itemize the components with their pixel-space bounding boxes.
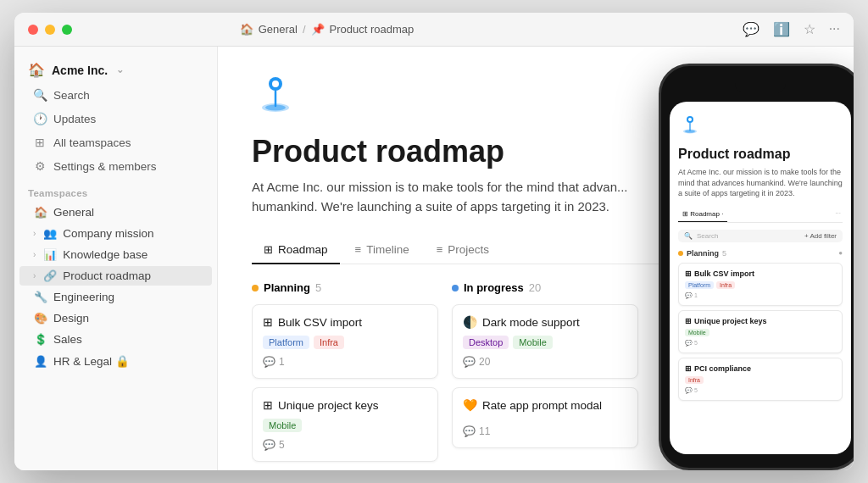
sidebar-item-company-mission-label: Company mission	[63, 227, 153, 240]
phone-search-bar: 🔍 Search + Add filter	[678, 230, 843, 242]
phone-tag-infra: Infra	[716, 281, 735, 289]
updates-icon: 🕐	[33, 112, 47, 125]
close-button[interactable]	[28, 25, 38, 35]
card-tags: Mobile	[263, 419, 427, 432]
timeline-tab-icon: ≡	[355, 243, 362, 256]
main-content: Product roadmap At Acme Inc. our mission…	[218, 47, 854, 470]
sidebar: 🏠 Acme Inc. ⌄ 🔍 Search 🕐 Updates ⊞ All t…	[14, 47, 218, 470]
tab-projects[interactable]: ≡ Projects	[425, 236, 501, 264]
card-tags: Platform Infra	[263, 336, 427, 349]
card-title: ⊞ Bulk CSV import	[263, 315, 427, 329]
phone-card-title-text: Bulk CSV import	[694, 269, 754, 278]
maximize-button[interactable]	[62, 25, 72, 35]
projects-tab-icon: ≡	[437, 243, 443, 256]
card-dark-mode-support[interactable]: 🌓 Dark mode support Desktop Mobile 💬 20	[452, 304, 638, 379]
phone-tab-more[interactable]: ···	[833, 208, 843, 219]
card-icon: 🌓	[463, 315, 477, 329]
sidebar-item-general[interactable]: 🏠 General	[19, 203, 212, 222]
phone-card-title-text: Unique project keys	[694, 317, 767, 325]
sidebar-item-knowledge-base-label: Knowledge base	[63, 248, 147, 261]
card-title-text: Unique project keys	[278, 399, 379, 412]
search-icon: 🔍	[33, 88, 47, 102]
phone-card-icon: ⊞	[685, 269, 692, 278]
card-icon: ⊞	[263, 398, 273, 412]
design-icon: 🎨	[33, 312, 48, 325]
phone-planning-dot	[678, 251, 683, 256]
app-window: 🏠 General / 📌 Product roadmap 💬 ℹ️ ☆ ···…	[14, 13, 854, 470]
sidebar-item-engineering[interactable]: 🔧 Engineering	[19, 287, 212, 307]
phone-tab-roadmap[interactable]: ⊞ Roadmap ·	[678, 208, 727, 222]
phone-screen: Product roadmap At Acme Inc. our mission…	[670, 102, 851, 454]
breadcrumb-general[interactable]: General	[259, 23, 298, 36]
sidebar-item-product-roadmap[interactable]: › 🔗 Product roadmap	[19, 266, 212, 286]
inprogress-status-dot	[452, 285, 459, 291]
comment-icon: 💬	[263, 356, 275, 368]
workspace-chevron-icon: ⌄	[116, 64, 124, 75]
card-unique-project-keys[interactable]: ⊞ Unique project keys Mobile 💬 5	[252, 387, 438, 462]
workspace-name: Acme Inc.	[52, 64, 108, 77]
comment-count: 1	[279, 356, 285, 368]
sidebar-item-hr-legal-label: HR & Legal 🔒	[53, 354, 130, 368]
phone-tag-infra: Infra	[685, 376, 704, 384]
phone-card-pci-compliance[interactable]: ⊞ PCI compliance Infra 💬 5	[678, 358, 843, 401]
tab-timeline-label: Timeline	[366, 243, 409, 256]
kanban-column-planning: Planning 5 ⊞ Bulk CSV import Platform In…	[252, 281, 438, 470]
phone-card-comments: 💬 5	[685, 387, 836, 394]
sidebar-item-sales-label: Sales	[53, 333, 82, 346]
sidebar-item-sales[interactable]: 💲 Sales	[19, 330, 212, 349]
tab-timeline[interactable]: ≡ Timeline	[343, 236, 421, 264]
phone-planning-count: 5	[722, 249, 726, 258]
sidebar-item-hr-legal[interactable]: 👤 HR & Legal 🔒	[19, 351, 212, 371]
chevron-icon: ›	[33, 229, 36, 238]
phone-filter-button[interactable]: + Add filter	[804, 232, 837, 240]
phone-planning-label: Planning	[687, 249, 719, 258]
card-title-text: Bulk CSV import	[278, 316, 362, 329]
star-icon[interactable]: ☆	[804, 21, 815, 37]
phone-card-title-text: PCI compliance	[694, 364, 751, 373]
phone-comment-count: 1	[694, 292, 698, 298]
phone-search-text[interactable]: Search	[697, 232, 718, 240]
sidebar-nav-settings[interactable]: ⚙ Settings & members	[19, 155, 212, 177]
sidebar-nav-updates[interactable]: 🕐 Updates	[19, 108, 212, 130]
sidebar-item-knowledge-base[interactable]: › 📊 Knowledge base	[19, 245, 212, 264]
card-rate-app-prompt[interactable]: 🧡 Rate app prompt modal 💬 11	[452, 387, 638, 448]
column-planning-label: Planning	[264, 281, 310, 294]
breadcrumb-page[interactable]: Product roadmap	[330, 23, 415, 36]
tab-roadmap[interactable]: ⊞ Roadmap	[252, 236, 340, 264]
comment-icon[interactable]: 💬	[743, 21, 760, 37]
phone-card-title: ⊞ PCI compliance	[685, 364, 836, 373]
company-mission-icon: 👥	[42, 227, 58, 240]
card-title-text: Rate app prompt modal	[482, 399, 602, 412]
column-inprogress-label: In progress	[464, 281, 524, 294]
breadcrumb-separator: /	[303, 23, 306, 36]
roadmap-tab-icon: ⊞	[264, 243, 273, 256]
sidebar-item-design[interactable]: 🎨 Design	[19, 308, 212, 328]
tag-mobile: Mobile	[513, 336, 552, 349]
sidebar-nav-search[interactable]: 🔍 Search	[19, 84, 212, 106]
phone-card-bulk-csv[interactable]: ⊞ Bulk CSV import Platform Infra 💬 1	[678, 263, 843, 306]
titlebar-actions: 💬 ℹ️ ☆ ···	[743, 21, 840, 37]
card-comments: 💬 5	[263, 439, 427, 451]
phone-card-title: ⊞ Unique project keys	[685, 317, 836, 325]
sidebar-item-company-mission[interactable]: › 👥 Company mission	[19, 224, 212, 243]
phone-tag-platform: Platform	[685, 281, 714, 289]
hr-legal-icon: 👤	[33, 355, 48, 368]
engineering-icon: 🔧	[33, 291, 48, 303]
svg-point-5	[688, 118, 692, 121]
phone-card-icon: ⊞	[685, 317, 692, 325]
product-roadmap-icon: 🔗	[42, 269, 58, 282]
card-bulk-csv-import[interactable]: ⊞ Bulk CSV import Platform Infra 💬 1	[252, 304, 438, 379]
card-title: 🌓 Dark mode support	[463, 315, 627, 329]
phone-card-tags: Platform Infra	[685, 281, 836, 289]
sidebar-item-engineering-label: Engineering	[53, 291, 114, 303]
minimize-button[interactable]	[45, 25, 55, 35]
workspace-item[interactable]: 🏠 Acme Inc. ⌄	[14, 57, 217, 83]
kanban-column-inprogress: In progress 20 🌓 Dark mode support Deskt…	[452, 281, 638, 470]
planning-count: 5	[315, 281, 321, 294]
more-options-icon[interactable]: ···	[829, 21, 840, 37]
card-tags: Desktop Mobile	[463, 336, 627, 349]
info-icon[interactable]: ℹ️	[773, 21, 790, 37]
sidebar-nav-teamspaces[interactable]: ⊞ All teamspaces	[19, 131, 212, 153]
phone-comment-count: 5	[694, 340, 698, 346]
phone-card-unique-project-keys[interactable]: ⊞ Unique project keys Mobile 💬 5	[678, 310, 843, 353]
